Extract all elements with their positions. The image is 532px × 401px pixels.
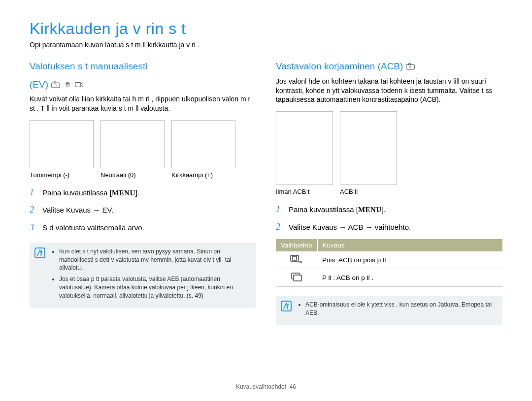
footer-page-number: 46 xyxy=(290,383,296,390)
step-number: 1 xyxy=(30,186,36,199)
left-step1-a: Paina kuvaustilassa [ xyxy=(42,188,112,197)
step-number: 2 xyxy=(30,204,36,216)
thumb-darker-caption: Tummempi (-) xyxy=(30,171,94,179)
acb-off-desc: Pois: ACB on pois p lt . xyxy=(317,251,502,269)
th-option: Vaihtoehto xyxy=(276,239,317,251)
left-title-line2: (EV) xyxy=(30,79,48,91)
table-row: OFF Pois: ACB on pois p lt . xyxy=(276,251,502,269)
thumb-brighter xyxy=(171,120,235,168)
right-column: Vastavalon korjaaminen (ACB) P Jos valon… xyxy=(276,61,502,325)
camera-p-icon: P xyxy=(51,81,60,88)
acb-on-desc: P ll : ACB on p ll . xyxy=(317,269,502,286)
right-section-title: Vastavalon korjaaminen (ACB) P xyxy=(276,61,502,73)
hand-icon xyxy=(63,81,72,88)
svg-rect-3 xyxy=(75,83,81,87)
right-thumbnails: Ilman ACB:t ACB:ll xyxy=(276,111,502,195)
svg-rect-1 xyxy=(54,82,56,83)
thumb-brighter-caption: Kirkkaampi (+) xyxy=(171,171,235,179)
acb-off-icon: OFF xyxy=(290,255,303,265)
step-number: 3 xyxy=(30,221,36,234)
left-title-line1: Valotuksen s t manuaalisesti xyxy=(30,61,147,73)
acb-options-table: Vaihtoehto Kuvaus OFF Pois: ACB on pois … xyxy=(276,239,502,287)
table-row: P ll : ACB on p ll . xyxy=(276,269,502,286)
thumb-neutral xyxy=(100,120,165,168)
thumb-acb-caption: ACB:ll xyxy=(340,188,397,195)
menu-label: MENU xyxy=(112,189,135,197)
left-note-2: Jos et osaa p tt parasta valotusta, vali… xyxy=(59,275,250,300)
svg-rect-8 xyxy=(293,256,297,260)
svg-rect-5 xyxy=(409,63,411,65)
page-intro: Opi parantamaan kuvan laatua s t m ll ki… xyxy=(30,41,502,49)
left-step2: Valitse Kuvaus → EV. xyxy=(42,205,113,215)
step-number: 1 xyxy=(276,203,283,216)
svg-text:OFF: OFF xyxy=(299,260,303,264)
thumb-darker xyxy=(30,120,94,168)
video-icon xyxy=(75,81,84,88)
left-thumbnails: Tummempi (-) Neutraali (0) Kirkkaampi (+… xyxy=(30,120,256,179)
page-footer: Kuvausvaihtoehdot 46 xyxy=(0,383,532,390)
left-steps: 1 Paina kuvaustilassa [MENU]. 2 Valitse … xyxy=(30,186,256,234)
right-steps: 1 Paina kuvaustilassa [MENU]. 2 Valitse … xyxy=(276,203,502,233)
thumb-no-acb xyxy=(276,111,333,185)
thumb-no-acb-caption: Ilman ACB:t xyxy=(276,188,333,195)
right-title: Vastavalon korjaaminen (ACB) xyxy=(276,61,403,73)
left-note-1: Kun olet s t nyt valotuksen, sen arvo py… xyxy=(59,247,250,272)
page-title: Kirkkauden ja v rin s t xyxy=(30,20,502,38)
footer-section: Kuvausvaihtoehdot xyxy=(236,383,286,390)
left-desc: Kuvat voivat olla liian kirkkaita tai h … xyxy=(30,94,256,113)
camera-p-icon: P xyxy=(406,63,415,70)
acb-on-icon xyxy=(291,273,302,283)
left-note-box: Kun olet s t nyt valotuksen, sen arvo py… xyxy=(30,243,256,308)
thumb-neutral-caption: Neutraali (0) xyxy=(100,171,165,179)
left-step3: S d valotusta valitsemalla arvo. xyxy=(42,222,144,233)
th-desc: Kuvaus xyxy=(317,239,502,251)
right-step2: Valitse Kuvaus → ACB → vaihtoehto. xyxy=(289,222,411,232)
menu-label: MENU xyxy=(358,206,382,214)
right-note-box: ACB-ominaisuus ei ole k ytett viss , kun… xyxy=(276,296,502,325)
svg-text:P: P xyxy=(55,84,57,87)
svg-text:P: P xyxy=(409,66,411,69)
left-step1-b: ]. xyxy=(135,188,139,197)
step-number: 2 xyxy=(276,221,283,233)
right-note-1: ACB-ominaisuus ei ole k ytett viss , kun… xyxy=(305,301,497,317)
svg-rect-11 xyxy=(294,275,301,281)
note-icon xyxy=(281,301,292,311)
thumb-acb xyxy=(340,111,397,185)
left-column: Valotuksen s t manuaalisesti (EV) P Kuva… xyxy=(30,61,256,325)
right-step1-a: Paina kuvaustilassa [ xyxy=(289,205,358,214)
right-desc: Jos valonl hde on kohteen takana tai koh… xyxy=(276,77,502,105)
right-step1-b: ]. xyxy=(382,205,386,214)
left-section-title: Valotuksen s t manuaalisesti (EV) P xyxy=(30,61,256,91)
note-icon xyxy=(34,247,45,258)
